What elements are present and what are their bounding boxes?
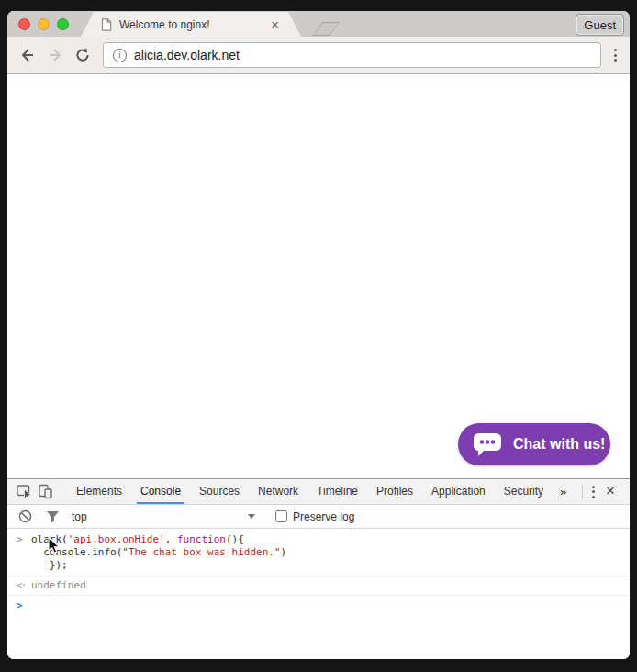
window-controls [18, 18, 69, 30]
devtools-tabbar: ElementsConsoleSourcesNetworkTimelinePro… [7, 479, 630, 505]
browser-menu-icon[interactable] [610, 49, 620, 62]
new-tab-button[interactable] [312, 22, 340, 36]
console-output[interactable]: > olark('api.box.onHide', function(){ co… [7, 529, 630, 659]
code-segment-plain: , [165, 533, 177, 545]
preserve-log-label: Preserve log [293, 510, 354, 523]
code-line: console.info("The chat box was hidden.") [31, 546, 286, 559]
new-tab-button-face [313, 23, 339, 35]
guest-profile-button[interactable]: Guest [576, 14, 624, 36]
console-result-row: <· undefined [7, 577, 630, 596]
devtools-tab-timeline[interactable]: Timeline [307, 479, 367, 504]
url-text[interactable]: alicia.dev.olark.net [134, 48, 240, 62]
devtools-tab-elements[interactable]: Elements [67, 479, 131, 504]
devtools-tab-security[interactable]: Security [495, 479, 553, 504]
devtools-tabbar-right: × [576, 482, 622, 502]
console-toolbar: top Preserve log [7, 505, 630, 529]
code-line: olark('api.box.onHide', function(){ [31, 533, 286, 546]
close-window-button[interactable] [18, 18, 30, 30]
toolbar-divider [582, 485, 583, 499]
code-segment-string: 'api.box.onHide' [68, 533, 165, 545]
back-icon[interactable] [17, 44, 39, 66]
chat-bubble-icon [473, 432, 502, 457]
devtools-tab-sources[interactable]: Sources [190, 479, 249, 504]
device-toolbar-icon[interactable] [35, 483, 55, 501]
site-info-icon[interactable]: i [113, 49, 127, 62]
filter-icon[interactable] [42, 508, 62, 526]
fullscreen-window-button[interactable] [57, 18, 69, 30]
console-command-entry: > olark('api.box.onHide', function(){ co… [7, 529, 630, 577]
execution-context-selector[interactable]: top [72, 510, 255, 523]
clear-console-icon[interactable] [15, 508, 35, 526]
console-prompt-row[interactable]: > [7, 596, 630, 616]
forward-icon[interactable] [44, 44, 66, 66]
preserve-log-option: Preserve log [275, 510, 354, 523]
preserve-log-checkbox[interactable] [275, 510, 287, 522]
devtools-tab-console[interactable]: Console [131, 479, 190, 504]
result-arrow-icon: <· [17, 579, 31, 592]
desktop-background: Welcome to nginx! × Guest [0, 0, 637, 672]
chat-button-label: Chat with us! [513, 436, 605, 453]
tab-close-icon[interactable]: × [271, 17, 279, 31]
tab-title: Welcome to nginx! [119, 18, 265, 31]
devtools-panel: ElementsConsoleSourcesNetworkTimelinePro… [7, 478, 630, 659]
page-file-icon [101, 18, 112, 31]
browser-tab[interactable]: Welcome to nginx! × [81, 12, 301, 37]
olark-chat-button[interactable]: Chat with us! [458, 423, 610, 465]
minimize-window-button[interactable] [38, 18, 50, 30]
code-segment-plain: olark( [31, 533, 68, 545]
devtools-tab-application[interactable]: Application [422, 479, 495, 504]
more-tabs-icon[interactable]: » [553, 485, 574, 498]
address-bar[interactable]: i alicia.dev.olark.net [103, 42, 601, 68]
chevron-down-icon [248, 514, 255, 519]
command-echo-marker: > [17, 533, 31, 572]
browser-window: Welcome to nginx! × Guest [7, 11, 630, 659]
devtools-tabs: ElementsConsoleSourcesNetworkTimelinePro… [67, 479, 553, 504]
code-line: }); [31, 559, 286, 572]
refresh-icon[interactable] [72, 44, 94, 66]
devtools-close-icon[interactable]: × [598, 482, 622, 502]
console-prompt-icon: > [17, 599, 23, 612]
page-content: Chat with us! [7, 74, 630, 478]
console-command-code: olark('api.box.onHide', function(){ cons… [31, 533, 286, 572]
execution-context-value: top [72, 510, 87, 523]
devtools-tab-network[interactable]: Network [249, 479, 307, 504]
code-segment-plain: console.info( [31, 546, 122, 558]
code-segment-string: "The chat box was hidden." [122, 546, 280, 558]
console-result-value: undefined [31, 579, 86, 592]
code-segment-plain: (){ [226, 533, 244, 545]
code-segment-plain: }); [31, 559, 68, 571]
code-segment-plain: ) [281, 546, 287, 558]
devtools-menu-icon[interactable] [588, 486, 598, 498]
browser-titlebar: Welcome to nginx! × Guest [7, 11, 630, 37]
toolbar-divider [61, 485, 61, 499]
inspect-element-icon[interactable] [15, 483, 35, 501]
browser-toolbar: i alicia.dev.olark.net [7, 37, 630, 74]
devtools-tab-profiles[interactable]: Profiles [367, 479, 422, 504]
code-segment-keyword: function [177, 533, 226, 545]
